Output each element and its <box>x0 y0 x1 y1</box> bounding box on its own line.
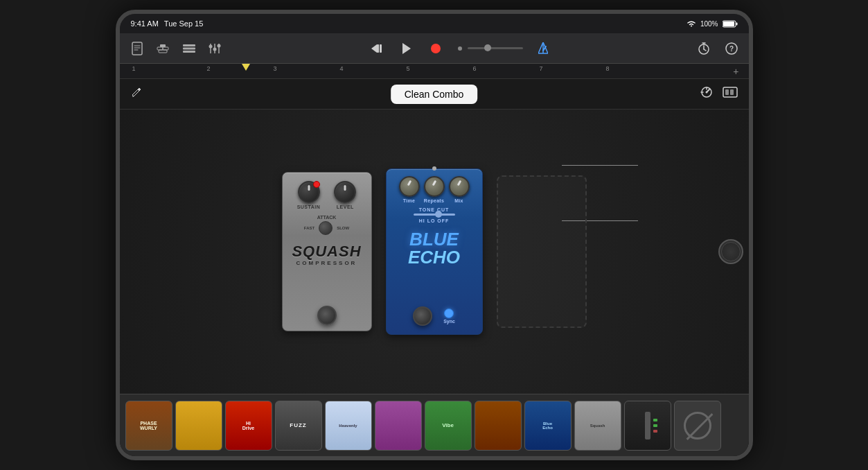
sync-dot[interactable] <box>444 308 454 318</box>
pencil-button[interactable] <box>131 87 142 101</box>
home-button[interactable] <box>718 239 743 264</box>
svg-rect-1 <box>736 22 737 25</box>
squash-pedal[interactable]: SUSTAIN LEVEL ATTACK Fast Slow <box>282 172 372 331</box>
sustain-knob-container: SUSTAIN <box>297 181 321 209</box>
battery-icon <box>723 20 738 28</box>
empty-pedal-slot[interactable] <box>497 175 587 328</box>
add-track-button[interactable]: + <box>729 64 743 78</box>
shelf-pedal-blue-echo[interactable]: BlueEcho <box>524 401 572 451</box>
mix-label: Mix <box>454 198 463 203</box>
level-knob[interactable] <box>334 181 356 203</box>
wifi-icon <box>687 20 696 27</box>
ruler-mark-6: 6 <box>473 65 477 72</box>
shelf-pedal-hi-drive[interactable]: HiDrive <box>225 401 272 451</box>
connection-dot <box>432 166 436 171</box>
ruler-mark-7: 7 <box>540 65 543 72</box>
attack-label: ATTACK <box>317 215 337 220</box>
ruler-mark-8: 8 <box>606 65 610 72</box>
shelf-pedal-vibe[interactable]: Vibe <box>425 401 472 451</box>
time-knob-container: Time <box>399 176 420 203</box>
blue-echo-pedal[interactable]: Time Repeats Mix TONE CUT <box>386 168 483 335</box>
svg-rect-18 <box>377 44 379 53</box>
status-right: 100% <box>687 20 738 28</box>
sync-label: Sync <box>443 319 455 324</box>
volume-thumb[interactable] <box>484 44 491 51</box>
svg-rect-9 <box>183 47 195 49</box>
shelf-pedal-blue-echo-inner: BlueEcho <box>525 401 571 450</box>
mixer-icon <box>209 43 221 54</box>
metronome-icon <box>538 42 548 55</box>
svg-rect-4 <box>160 44 166 47</box>
shelf-pedal-heavenly[interactable]: Heavenly <box>325 401 372 451</box>
time-knob[interactable] <box>399 176 420 197</box>
track-header-right <box>700 86 738 102</box>
record-button[interactable] <box>427 40 444 57</box>
tracks-button[interactable] <box>153 41 172 56</box>
play-button[interactable] <box>398 40 415 58</box>
ruler-mark-3: 3 <box>274 65 277 72</box>
level-knob-container: LEVEL <box>334 181 356 209</box>
shelf-pedal-mini[interactable] <box>624 401 671 451</box>
shelf-pedal-squash[interactable]: Squash <box>574 401 621 451</box>
svg-rect-8 <box>183 44 195 46</box>
tone-cut-slider[interactable] <box>414 214 455 216</box>
squash-name: SQUASH <box>292 243 361 260</box>
toolbar-left <box>128 39 224 58</box>
metronome-button[interactable] <box>535 40 551 58</box>
echo-knobs-row: Time Repeats Mix <box>399 176 470 203</box>
sustain-led <box>313 181 320 188</box>
ipad-frame: 9:41 AM Tue Sep 15 100% <box>116 10 753 460</box>
no-pedal-icon <box>684 412 711 439</box>
record-icon <box>430 43 441 54</box>
echo-bottom: Sync <box>392 306 477 329</box>
attack-row: Fast Slow <box>304 221 349 235</box>
repeats-knob[interactable] <box>424 176 445 197</box>
battery-display: 100% <box>700 20 718 28</box>
attack-knob[interactable] <box>319 221 333 235</box>
svg-line-28 <box>704 49 706 51</box>
echo-switch[interactable] <box>413 306 432 326</box>
svg-point-38 <box>705 92 707 94</box>
toolbar-right: ? <box>695 40 741 58</box>
shelf-pedal-yellow[interactable] <box>175 401 222 451</box>
sustain-knob[interactable] <box>298 181 320 203</box>
rewind-icon <box>371 43 383 54</box>
mix-knob[interactable] <box>449 176 470 197</box>
pedalboard-icon <box>723 87 738 98</box>
tone-cut-thumb <box>435 211 442 218</box>
pedalboard: SUSTAIN LEVEL ATTACK Fast Slow <box>120 110 749 394</box>
list-icon <box>182 44 196 53</box>
svg-rect-2 <box>723 21 734 26</box>
list-button[interactable] <box>179 41 199 56</box>
echo-name-blue: Blue <box>408 230 460 248</box>
hi-lo-off-label: HI LO OFF <box>419 218 450 223</box>
svg-rect-3 <box>132 42 142 55</box>
shelf-pedal-phase-wurly-inner: PhaseWurly <box>126 401 172 450</box>
ruler: 1 2 3 4 5 6 7 8 <box>125 64 729 78</box>
track-name-button[interactable]: Clean Combo <box>391 85 478 104</box>
callout-line-1 <box>562 165 638 166</box>
shelf-pedal-purple[interactable] <box>375 401 422 451</box>
ruler-mark-4: 4 <box>340 65 344 72</box>
shelf-pedal-phase-wurly[interactable]: PhaseWurly <box>125 401 172 451</box>
tuner-icon <box>700 86 713 98</box>
mix-knob-container: Mix <box>449 176 470 203</box>
pedalboard-toggle-button[interactable] <box>723 87 738 101</box>
shelf-pedal-fuzz[interactable]: FUZZ <box>275 401 322 451</box>
status-left: 9:41 AM Tue Sep 15 <box>131 19 204 28</box>
squash-switch[interactable] <box>317 306 337 325</box>
document-button[interactable] <box>128 39 146 58</box>
volume-slider[interactable] <box>468 47 523 49</box>
svg-point-21 <box>431 44 441 53</box>
shelf-pedal-orange[interactable] <box>475 401 522 451</box>
sync-badge: Sync <box>443 308 455 324</box>
shelf-pedal-hi-drive-inner: HiDrive <box>226 401 272 450</box>
timer-button[interactable] <box>695 40 713 58</box>
mixer-button[interactable] <box>206 40 224 57</box>
ruler-mark-1: 1 <box>132 65 136 72</box>
shelf-pedal-fuzz-inner: FUZZ <box>276 401 321 450</box>
help-button[interactable]: ? <box>723 40 741 58</box>
shelf-pedal-disabled[interactable] <box>674 401 721 451</box>
tuner-button[interactable] <box>700 86 713 102</box>
rewind-button[interactable] <box>368 40 386 57</box>
